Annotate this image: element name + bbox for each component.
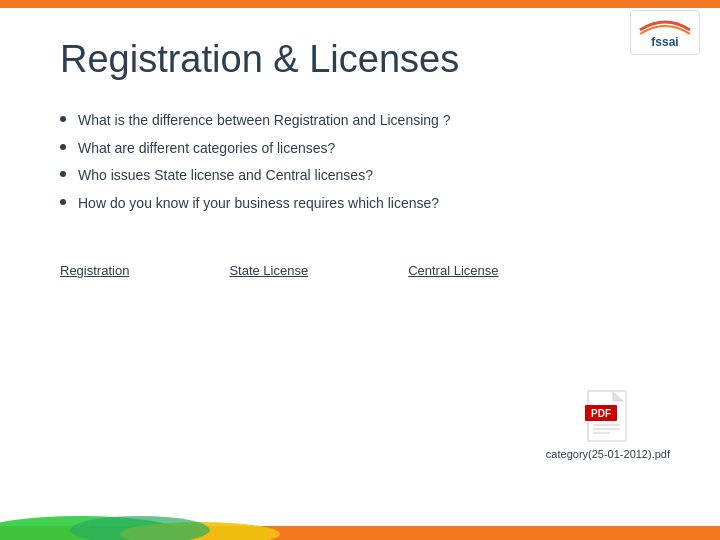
page-title: Registration & Licenses bbox=[60, 38, 670, 81]
bullet-text: What are different categories of license… bbox=[78, 139, 335, 159]
bullet-text: What is the difference between Registrat… bbox=[78, 111, 451, 131]
bullet-list: What is the difference between Registrat… bbox=[60, 111, 670, 213]
list-item: Who issues State license and Central lic… bbox=[60, 166, 670, 186]
logo-text: fssai bbox=[635, 12, 695, 53]
pdf-filename: category(25-01-2012).pdf bbox=[546, 448, 670, 460]
bullet-dot bbox=[60, 144, 66, 150]
bullet-dot bbox=[60, 171, 66, 177]
bullet-text: How do you know if your business require… bbox=[78, 194, 439, 214]
logo-area: fssai bbox=[630, 10, 700, 55]
central-license-link[interactable]: Central License bbox=[408, 263, 498, 278]
bullet-dot bbox=[60, 116, 66, 122]
docs-row: Registration State License Central Licen… bbox=[60, 263, 670, 278]
bottom-bar bbox=[0, 512, 720, 540]
svg-text:fssai: fssai bbox=[651, 35, 678, 49]
fssai-logo: fssai bbox=[630, 10, 700, 55]
pdf-icon: PDF bbox=[585, 389, 630, 444]
registration-link[interactable]: Registration bbox=[60, 263, 129, 278]
svg-text:PDF: PDF bbox=[591, 408, 611, 419]
list-item: What is the difference between Registrat… bbox=[60, 111, 670, 131]
main-content: Registration & Licenses What is the diff… bbox=[0, 18, 720, 298]
pdf-container[interactable]: PDF category(25-01-2012).pdf bbox=[546, 389, 670, 460]
state-license-link[interactable]: State License bbox=[229, 263, 308, 278]
bullet-text: Who issues State license and Central lic… bbox=[78, 166, 373, 186]
list-item: How do you know if your business require… bbox=[60, 194, 670, 214]
list-item: What are different categories of license… bbox=[60, 139, 670, 159]
top-bar bbox=[0, 0, 720, 8]
bullet-dot bbox=[60, 199, 66, 205]
